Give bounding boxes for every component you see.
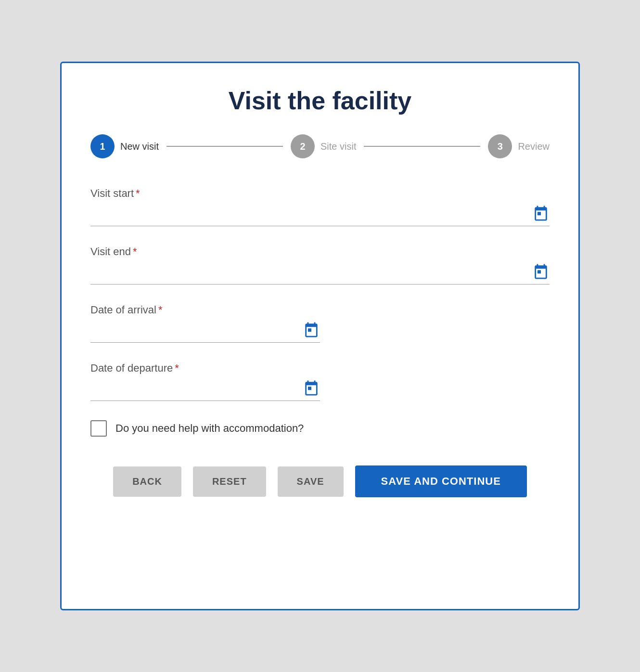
step-3: 3 Review [488,134,550,158]
date-of-departure-input[interactable] [90,383,303,394]
step-1-label: New visit [120,141,159,152]
date-of-arrival-field: Date of arrival * [90,304,550,343]
date-of-arrival-input[interactable] [90,324,303,336]
visit-start-calendar-icon[interactable] [532,205,550,222]
step-2-label: Site visit [320,141,356,152]
visit-start-field: Visit start * [90,187,550,226]
date-of-arrival-input-row [90,321,320,343]
step-3-circle: 3 [488,134,512,158]
step-3-label: Review [518,141,550,152]
accommodation-row: Do you need help with accommodation? [90,420,550,437]
back-button[interactable]: BACK [113,466,181,497]
accommodation-label: Do you need help with accommodation? [115,422,304,435]
visit-start-required: * [136,187,140,200]
date-of-arrival-label: Date of arrival * [90,304,550,316]
step-1-circle: 1 [90,134,115,158]
step-line-1 [166,146,283,147]
button-row: BACK RESET SAVE SAVE AND CONTINUE [90,465,550,497]
visit-end-input-row [90,263,550,284]
reset-button[interactable]: RESET [193,466,266,497]
visit-start-label: Visit start * [90,187,550,200]
step-2-circle: 2 [291,134,315,158]
visit-end-label: Visit end * [90,246,550,258]
save-button[interactable]: SAVE [278,466,344,497]
visit-end-required: * [133,246,137,258]
date-of-departure-field: Date of departure * [90,362,550,401]
step-line-2 [364,146,480,147]
stepper: 1 New visit 2 Site visit 3 Review [90,134,550,158]
date-of-arrival-calendar-icon[interactable] [303,321,320,338]
main-card: Visit the facility 1 New visit 2 Site vi… [60,62,580,610]
accommodation-checkbox[interactable] [90,420,107,437]
save-and-continue-button[interactable]: SAVE AND CONTINUE [355,465,527,497]
date-of-departure-input-row [90,379,320,401]
date-of-departure-label: Date of departure * [90,362,550,375]
visit-start-input[interactable] [90,208,532,219]
date-of-arrival-required: * [158,304,163,316]
date-of-departure-required: * [175,362,179,375]
visit-start-input-row [90,205,550,226]
visit-end-field: Visit end * [90,246,550,284]
step-1: 1 New visit [90,134,159,158]
step-2: 2 Site visit [291,134,356,158]
visit-end-calendar-icon[interactable] [532,263,550,280]
date-of-departure-calendar-icon[interactable] [303,379,320,397]
page-title: Visit the facility [90,86,550,115]
visit-end-input[interactable] [90,266,532,277]
form-section: Visit start * Visit end * [90,187,550,437]
